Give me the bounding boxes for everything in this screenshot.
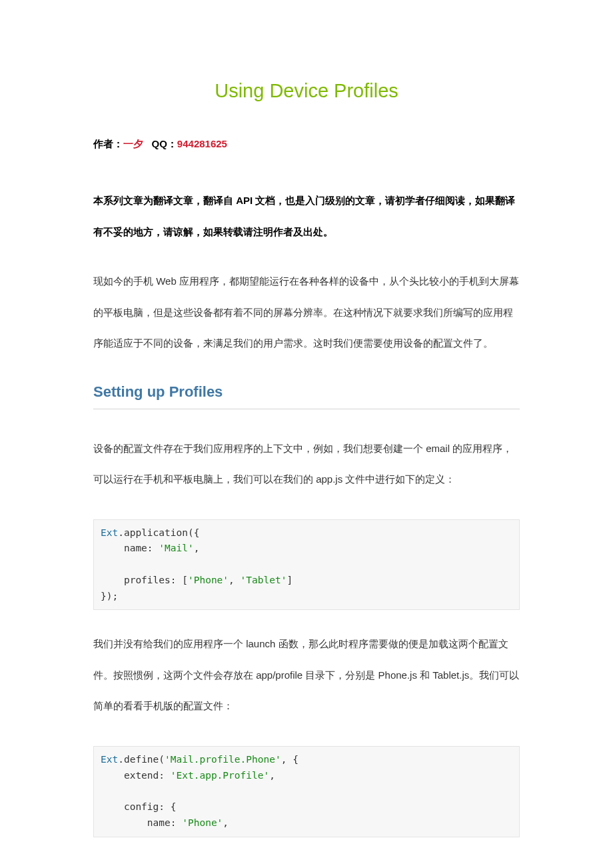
code-block-2: Ext.define('Mail.profile.Phone', { exten…	[93, 746, 520, 837]
qq-label: QQ：	[152, 138, 177, 149]
code-token: (	[159, 754, 165, 765]
section1-para1: 设备的配置文件存在于我们应用程序的上下文中，例如，我们想要创建一个 email …	[93, 433, 520, 495]
code-token: :	[171, 575, 182, 585]
section1-para2: 我们并没有给我们的应用程序一个 launch 函数，那么此时程序需要做的便是加载…	[93, 629, 520, 722]
code-token: profiles	[101, 575, 171, 585]
code-token: ,	[269, 770, 275, 781]
code-token: :	[171, 817, 182, 828]
code-block-1: Ext.application({ name: 'Mail', profiles…	[93, 519, 520, 611]
code-token: Ext	[101, 527, 118, 538]
code-token: extend	[101, 770, 159, 781]
code-token: :	[159, 770, 170, 781]
code-token: 'Tablet'	[241, 575, 287, 585]
section-heading-setting-up: Setting up Profiles	[93, 383, 520, 409]
qq-number: 944281625	[177, 138, 227, 149]
code-token: :	[159, 801, 170, 812]
code-token: name	[101, 543, 147, 553]
code-token: config	[101, 801, 159, 812]
author-line: 作者：一夕 QQ：944281625	[93, 138, 520, 151]
code-token: ,	[281, 754, 293, 765]
code-token: 'Mail'	[159, 543, 193, 553]
code-token: {	[293, 754, 299, 765]
code-token: ,	[223, 817, 229, 828]
code-token: application	[124, 527, 188, 538]
intro-paragraph: 现如今的手机 Web 应用程序，都期望能运行在各种各样的设备中，从个头比较小的手…	[93, 266, 520, 359]
author-name: 一夕	[123, 138, 143, 149]
code-token: 'Phone'	[182, 817, 223, 828]
code-token: ,	[229, 575, 240, 585]
code-token: });	[101, 591, 118, 601]
code-token: ]	[287, 575, 293, 585]
page-title: Using Device Profiles	[93, 80, 520, 102]
code-token: name	[101, 817, 171, 828]
code-token: .	[118, 754, 124, 765]
code-token: [	[182, 575, 188, 585]
code-token: .	[118, 527, 124, 538]
disclaimer-text: 本系列文章为翻译文章，翻译自 API 文档，也是入门级别的文章，请初学者仔细阅读…	[93, 185, 520, 247]
code-token: :	[147, 543, 159, 553]
code-token: 'Mail.profile.Phone'	[165, 754, 281, 765]
author-label: 作者：	[93, 138, 123, 149]
code-token: 'Phone'	[188, 575, 229, 585]
code-token: 'Ext.app.Profile'	[171, 770, 269, 781]
code-token: Ext	[101, 754, 118, 765]
code-token: ({	[188, 527, 199, 538]
code-token: ,	[194, 543, 200, 553]
code-token: {	[171, 801, 177, 812]
code-token: define	[124, 754, 159, 765]
